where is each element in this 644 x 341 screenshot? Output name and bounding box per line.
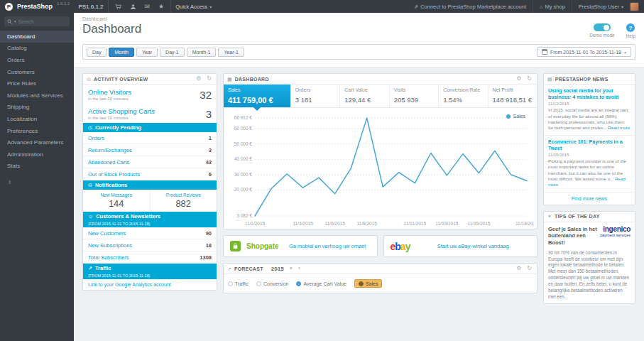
filter-month-button[interactable]: Month: [109, 48, 133, 57]
read-more-link[interactable]: Read more: [608, 125, 630, 130]
stat-sub: in the last 30 minutes: [88, 97, 131, 101]
marketplace-link[interactable]: ⇗ Connect to PrestaShop Marketplace acco…: [414, 4, 526, 10]
star-icon[interactable]: ★: [156, 4, 166, 10]
sidebar-search[interactable]: ▾: [4, 16, 70, 26]
sidebar-item-stats[interactable]: Stats: [0, 161, 74, 173]
previous-year-icon[interactable]: ‹: [298, 266, 300, 271]
help-control[interactable]: ? Help: [626, 23, 635, 38]
search-input[interactable]: [18, 19, 55, 24]
forecast-option-average-cart-value[interactable]: Average Cart Value: [296, 281, 346, 286]
quick-access-menu[interactable]: Quick Access ▾: [175, 4, 212, 10]
marketplace-label: Connect to PrestaShop Marketplace accoun…: [420, 4, 526, 10]
legend-label: Sales: [513, 114, 525, 119]
divider: [572, 0, 572, 13]
active-carts-stat[interactable]: Active Shopping Carts in the last 30 min…: [83, 104, 217, 123]
activity-overview-panel: ⊙ ACTIVITY OVERVIEW ⚙ ↻ Online Visitors …: [82, 73, 217, 291]
sidebar-item-catalog[interactable]: Catalog: [0, 43, 74, 55]
topbar-right: ⇗ Connect to PrestaShop Marketplace acco…: [414, 0, 639, 13]
home-icon: ⌂: [540, 4, 543, 10]
new-messages-cell[interactable]: New Messages 144: [83, 190, 150, 212]
my-shop-link[interactable]: ⌂ My shop: [540, 4, 565, 10]
sidebar-item-advanced-parameters[interactable]: Advanced Parameters: [0, 136, 74, 148]
help-icon[interactable]: ?: [626, 23, 635, 32]
quick-access-label: Quick Access: [175, 4, 207, 10]
date-range-label: From 2015-11-01 To 2015-11-18: [550, 50, 621, 55]
refresh-icon[interactable]: ↻: [525, 266, 533, 271]
refresh-icon[interactable]: ↻: [525, 76, 533, 82]
sidebar-item-orders[interactable]: Orders: [0, 54, 74, 66]
kpi-tab-sales[interactable]: Sales 411 759,00 €: [224, 85, 291, 107]
kpi-label: Net Profit: [493, 87, 533, 92]
prestashop-logo-icon[interactable]: P: [5, 3, 13, 11]
abandoned-carts-row[interactable]: Abandoned Carts 43: [83, 156, 217, 168]
ingenico-logo[interactable]: ingenico payment services: [600, 226, 631, 237]
new-customers-row[interactable]: New Customers 90: [83, 227, 217, 239]
kpi-tab-net-profit[interactable]: Net Profit 148 918,51 €: [489, 85, 537, 107]
sidebar-item-label: Orders: [7, 57, 24, 63]
out-of-stock-row[interactable]: Out of Stock Products 6: [83, 168, 217, 180]
refresh-icon[interactable]: ↻: [205, 76, 213, 82]
shop-name[interactable]: PS1.6.1.2: [78, 4, 103, 10]
row-label: Orders: [88, 135, 104, 141]
pending-returns-row[interactable]: Return/Exchanges 3: [83, 144, 217, 156]
search-scope-caret-icon[interactable]: ▾: [14, 19, 16, 23]
gear-icon[interactable]: ⚙: [195, 76, 202, 82]
demo-mode-toggle[interactable]: [594, 23, 611, 31]
online-visitors-stat[interactable]: Online Visitors in the last 30 minutes 3…: [83, 85, 217, 104]
find-more-news-link[interactable]: Find more news: [544, 193, 635, 205]
filter-day-button[interactable]: Day: [87, 48, 107, 57]
sidebar-item-customers[interactable]: Customers: [0, 66, 74, 78]
ebay-ad-link[interactable]: Start uw eBay-winkel vandaag: [437, 243, 509, 249]
svg-text:11/13/2015: 11/13/2015: [435, 221, 458, 226]
pending-orders-row[interactable]: Orders 1: [83, 132, 217, 144]
demo-mode-control[interactable]: Demo mode: [589, 23, 614, 38]
svg-text:20 000 €: 20 000 €: [234, 187, 253, 192]
cart-icon[interactable]: [113, 4, 124, 10]
sidebar-item-modules[interactable]: Modules and Services: [0, 90, 74, 102]
article-title[interactable]: Ecommerce 101: Payments in a Tweet: [548, 139, 631, 151]
ebay-module-ad[interactable]: ebay Start uw eBay-winkel vandaag: [383, 235, 538, 257]
gear-icon[interactable]: ⚙: [515, 76, 523, 82]
shopgate-logo-icon: [230, 241, 241, 251]
kpi-tab-visits[interactable]: Visits 205 939: [390, 85, 439, 107]
collapse-menu-icon[interactable]: ‖: [0, 172, 74, 185]
sidebar-item-price-rules[interactable]: Price Rules: [0, 77, 74, 90]
new-subscriptions-row[interactable]: New Subscriptions 18: [83, 239, 217, 251]
filter-month-1-button[interactable]: Month-1: [187, 48, 217, 57]
forecast-option-conversion[interactable]: Conversion: [256, 281, 288, 286]
kpi-label: Cart Value: [344, 87, 384, 92]
forecast-option-sales[interactable]: Sales: [354, 279, 383, 288]
google-analytics-link[interactable]: Link to your Google Analytics account: [83, 279, 217, 290]
kpi-tab-orders[interactable]: Orders 3 181: [291, 85, 340, 107]
marketplace-icon: ⇗: [414, 4, 418, 10]
date-range-picker[interactable]: From 2015-11-01 To 2015-11-18 ▾: [537, 47, 631, 57]
sidebar-item-dashboard[interactable]: Dashboard: [0, 31, 74, 43]
filter-year-1-button[interactable]: Year-1: [218, 48, 244, 57]
product-reviews-cell[interactable]: Product Reviews 882: [150, 190, 217, 212]
row-value: 3: [209, 147, 212, 153]
avatar[interactable]: [630, 2, 639, 11]
previous-year-fast-icon[interactable]: «: [290, 266, 293, 271]
gear-icon[interactable]: ⚙: [515, 266, 523, 271]
trend-icon: ↗: [227, 266, 231, 271]
shopgate-module-ad[interactable]: Shopgate Ga mobiel en verhoog uw omzet: [223, 235, 378, 257]
user-menu[interactable]: PrestaShop User ▾: [579, 4, 623, 10]
forecast-option-traffic[interactable]: Traffic: [228, 281, 249, 286]
sidebar-item-administration[interactable]: Administration: [0, 148, 74, 161]
messages-icon[interactable]: ✉: [143, 4, 153, 10]
customer-icon[interactable]: [128, 4, 138, 10]
sidebar-item-preferences[interactable]: Preferences: [0, 125, 74, 137]
sidebar-item-shipping[interactable]: Shipping: [0, 102, 74, 114]
filter-day-1-button[interactable]: Day-1: [160, 48, 185, 57]
sidebar-item-localization[interactable]: Localization: [0, 113, 74, 125]
shopgate-ad-link[interactable]: Ga mobiel en verhoog uw omzet: [289, 243, 366, 249]
article-title[interactable]: Using social media for your business: 4 …: [548, 87, 631, 100]
kpi-tab-cart-value[interactable]: Cart Value 129,44 €: [340, 85, 389, 107]
total-subscribers-row[interactable]: Total Subscribers 1308: [83, 251, 217, 264]
sidebar-item-label: Administration: [7, 151, 43, 158]
filter-year-button[interactable]: Year: [136, 48, 158, 57]
kpi-tab-conversion-rate[interactable]: Conversion Rate 1.54%: [439, 85, 488, 107]
forecast-year: 2015: [271, 266, 284, 272]
page-title: Dashboard: [82, 22, 141, 36]
sales-chart-area: Sales 66 912 €60 000 €50 000 €40 000 €30…: [224, 108, 537, 229]
